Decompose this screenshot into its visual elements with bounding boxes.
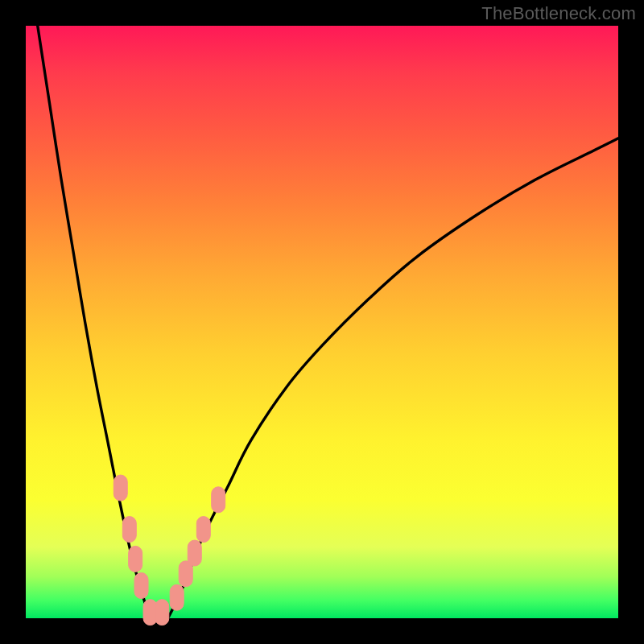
marker	[114, 475, 127, 501]
attribution-text: TheBottleneck.com	[481, 5, 636, 23]
marker	[188, 540, 201, 566]
marker	[212, 487, 225, 513]
marker	[122, 517, 136, 543]
marker	[155, 600, 169, 625]
marker-group	[114, 475, 225, 625]
chart-svg	[26, 26, 618, 618]
marker	[129, 546, 142, 572]
chart-frame: TheBottleneck.com	[0, 0, 644, 644]
marker	[170, 584, 184, 610]
series-right-branch	[168, 138, 618, 618]
marker	[196, 517, 210, 543]
right-curve	[168, 138, 618, 618]
marker	[134, 573, 148, 599]
